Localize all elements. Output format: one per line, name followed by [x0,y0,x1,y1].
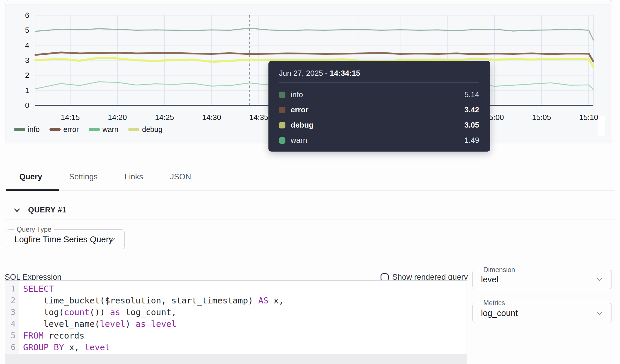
sql-text: ) [125,319,136,329]
tooltip-row-info: info5.14 [279,87,479,102]
code-line: FROM records [23,330,467,341]
sql-keyword: as [110,307,120,317]
x-tick-label: 14:20 [101,113,133,122]
legend-swatch-icon [49,128,61,131]
tooltip-time: 14:34:15 [330,69,360,78]
legend-item-warn[interactable]: warn [89,125,118,134]
sql-keyword: AS [258,296,268,305]
sql-keyword: level [151,319,177,329]
line-number: 6 [5,341,18,353]
y-tick-label: 1 [11,86,29,95]
metrics-label: Metrics [480,299,508,307]
tooltip-series-value: 1.49 [464,136,479,145]
dimension-label: Dimension [480,266,518,274]
detail-tabs: QuerySettingsLinksJSON [12,168,198,185]
sql-text [146,319,151,329]
legend-label: debug [142,125,162,134]
chart-tooltip: Jun 27, 2025 - 14:34:15 info5.14error3.4… [268,61,490,152]
legend-swatch-icon [14,128,25,131]
sql-text: time_bucket($resolution, start_timestamp… [23,296,258,305]
y-tick-label: 2 [11,71,29,80]
x-tick-label: 14:30 [196,113,228,122]
tooltip-swatch-icon [279,122,285,128]
dimension-value: level [481,275,499,284]
tooltip-date: Jun 27, 2025 - [279,69,330,78]
legend-item-info[interactable]: info [14,125,40,134]
query-type-label: Query Type [14,226,54,233]
tooltip-row-debug: debug3.05 [279,118,479,133]
legend-item-debug[interactable]: debug [128,125,162,134]
x-tick-label: 15:05 [525,113,558,122]
legend-label: warn [102,125,118,134]
query-section-title: QUERY #1 [28,205,66,214]
tooltip-series-list: info5.14error3.42debug3.05warn1.49 [279,87,479,148]
legend-swatch-icon [89,128,100,131]
sql-text: ()) [90,307,110,317]
code-line: time_bucket($resolution, start_timestamp… [23,295,467,306]
line-number: 1 [5,283,18,295]
sql-text: log( [23,307,64,317]
code-line: level_name(level) as level [23,318,467,330]
sql-keyword: as [136,319,146,329]
section-divider [5,219,614,219]
sql-keyword: level [100,319,125,329]
tooltip-divider [279,83,479,83]
tooltip-series-label: debug [291,121,314,130]
sql-text: level_name( [23,319,100,329]
sql-keyword: SELECT [23,284,54,294]
line-number: 5 [5,330,18,341]
y-tick-label: 3 [11,56,29,65]
tooltip-series-label: warn [291,136,307,145]
sql-keyword: GROUP BY [23,342,64,352]
sql-editor-gutter: 123456 [5,281,18,354]
y-tick-label: 0 [11,101,29,110]
sql-editor[interactable]: 123456 SELECT time_bucket($resolution, s… [5,280,467,354]
tooltip-series-label: error [291,105,309,114]
sql-keyword: FROM [23,331,44,341]
y-tick-label: 5 [11,26,29,35]
sql-text: x, [64,342,85,352]
x-tick-label: 14:25 [148,113,181,122]
code-line: SELECT [23,283,467,295]
metrics-select[interactable]: Metrics log_count [472,303,612,323]
chevron-down-icon [595,309,604,317]
active-tab-underline [6,189,59,191]
sql-text: x, [268,296,284,305]
chart-scrollbar-thumb[interactable] [598,116,605,136]
y-tick-label: 6 [11,11,29,20]
tooltip-series-value: 5.14 [464,90,479,99]
line-number: 3 [5,306,18,318]
tooltip-swatch-icon [279,107,285,113]
chevron-down-icon [108,235,117,244]
tooltip-series-value: 3.05 [464,121,479,130]
sql-keyword: count [64,307,90,317]
code-line: log(count()) as log_count, [23,306,467,318]
chart-legend: infoerrorwarndebug [14,125,162,134]
tab-links[interactable]: Links [118,168,150,185]
legend-swatch-icon [128,128,139,131]
tab-query[interactable]: Query [12,168,49,185]
tooltip-swatch-icon [279,137,285,144]
legend-item-error[interactable]: error [49,125,79,134]
legend-label: info [28,125,40,134]
x-tick-label: 14:15 [54,113,86,122]
metrics-value: log_count [481,308,518,318]
tooltip-swatch-icon [279,92,285,98]
query-1-collapse-header[interactable]: QUERY #1 [13,205,66,214]
sql-text: log_count, [120,307,177,317]
sql-editor-content[interactable]: SELECT time_bucket($resolution, start_ti… [18,281,467,354]
tab-settings[interactable]: Settings [62,168,105,185]
code-line: GROUP BY x, level [23,341,467,353]
sql-keyword: level [85,342,110,352]
sql-editor-scrollbar[interactable] [5,354,467,364]
tabs-divider [6,190,614,191]
tooltip-timestamp: Jun 27, 2025 - 14:34:15 [279,68,479,78]
tab-json[interactable]: JSON [163,168,198,185]
dimension-select[interactable]: Dimension level [472,270,612,289]
query-type-select[interactable]: Query Type Logfire Time Series Query [6,229,125,249]
y-tick-label: 4 [11,41,29,50]
legend-label: error [63,125,79,134]
chevron-down-icon [13,206,21,214]
sql-text: records [44,331,85,341]
tooltip-series-label: info [291,90,303,99]
